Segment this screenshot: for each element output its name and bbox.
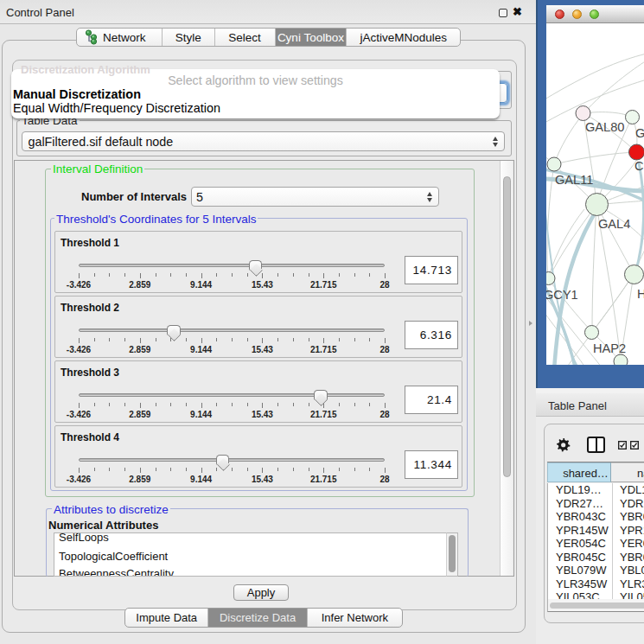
svg-text:GAL4: GAL4: [598, 217, 630, 231]
svg-text:HIS4: HIS4: [637, 287, 644, 301]
svg-text:GCY1: GCY1: [546, 288, 578, 302]
svg-text:GAL1: GAL1: [635, 126, 644, 140]
svg-text:HAP2: HAP2: [593, 341, 626, 355]
svg-text:GAL11: GAL11: [555, 173, 593, 187]
svg-text:CDC2: CDC2: [634, 159, 644, 173]
svg-text:GAL80: GAL80: [585, 120, 624, 134]
